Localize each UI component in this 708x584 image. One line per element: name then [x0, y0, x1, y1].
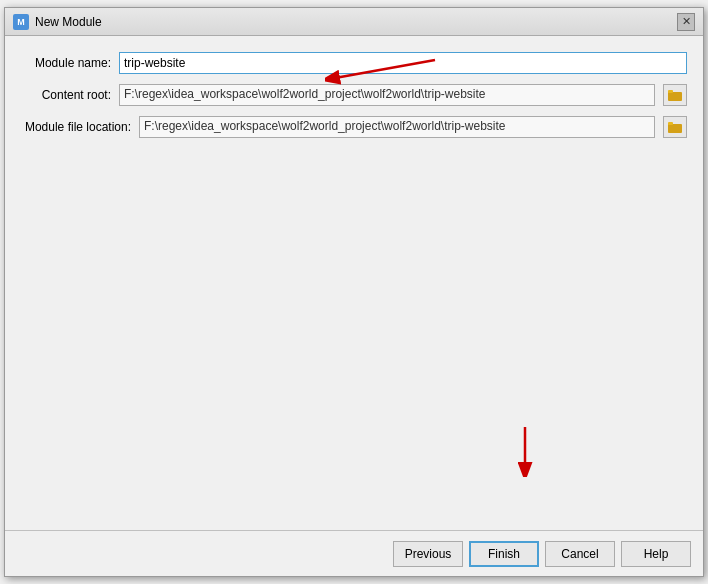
content-root-label: Content root:	[21, 88, 111, 102]
dialog-footer: Previous Finish Cancel Help	[5, 530, 703, 576]
content-root-browse-button[interactable]	[663, 84, 687, 106]
title-bar: M New Module ✕	[5, 8, 703, 36]
dialog-title: New Module	[35, 15, 102, 29]
dialog-icon: M	[13, 14, 29, 30]
folder-icon	[668, 89, 682, 101]
svg-rect-6	[668, 90, 673, 93]
help-button[interactable]: Help	[621, 541, 691, 567]
file-location-row: Module file location: F:\regex\idea_work…	[21, 116, 687, 138]
module-name-label: Module name:	[21, 56, 111, 70]
file-location-browse-button[interactable]	[663, 116, 687, 138]
close-button[interactable]: ✕	[677, 13, 695, 31]
file-location-label: Module file location:	[21, 120, 131, 134]
finish-button[interactable]: Finish	[469, 541, 539, 567]
content-root-value: F:\regex\idea_workspace\wolf2world_proje…	[119, 84, 655, 106]
svg-text:M: M	[17, 17, 25, 27]
previous-button[interactable]: Previous	[393, 541, 463, 567]
new-module-dialog: M New Module ✕ Module name:	[4, 7, 704, 577]
file-location-value: F:\regex\idea_workspace\wolf2world_proje…	[139, 116, 655, 138]
dialog-content: Module name: Content root: F:\regex\idea…	[5, 36, 703, 530]
module-name-row: Module name:	[21, 52, 687, 74]
empty-area	[21, 148, 687, 522]
svg-rect-9	[668, 122, 673, 125]
title-bar-left: M New Module	[13, 14, 102, 30]
folder-icon-2	[668, 121, 682, 133]
cancel-button[interactable]: Cancel	[545, 541, 615, 567]
module-name-input[interactable]	[119, 52, 687, 74]
content-root-row: Content root: F:\regex\idea_workspace\wo…	[21, 84, 687, 106]
